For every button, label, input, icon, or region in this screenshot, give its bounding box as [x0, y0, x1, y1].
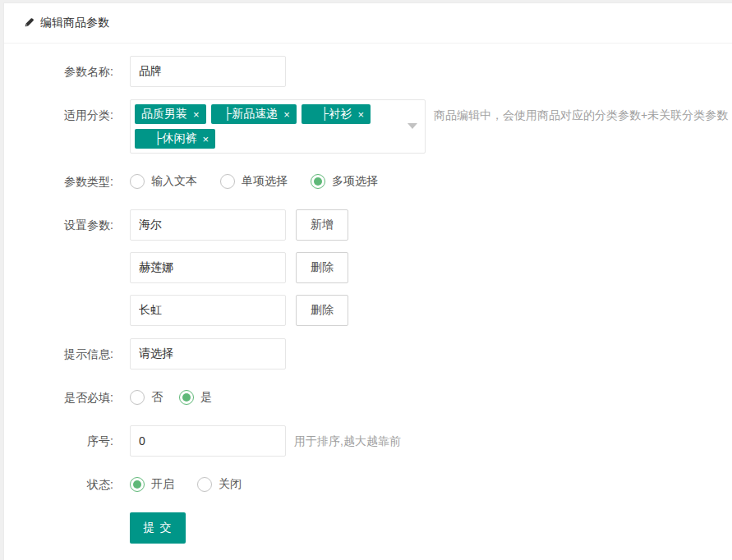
radio-label: 开启: [151, 477, 174, 492]
radio-circle-icon: [220, 174, 235, 189]
radio-circle-icon: [130, 174, 145, 189]
radio-single-select[interactable]: 单项选择: [220, 166, 288, 197]
status-label: 状态:: [4, 469, 113, 500]
category-tag: ├休闲裤×: [135, 129, 215, 149]
hint-info-input[interactable]: [130, 338, 286, 370]
radio-circle-icon: [130, 390, 145, 405]
row-status: 状态: 开启 关闭: [4, 469, 732, 500]
param-type-label: 参数类型:: [4, 166, 113, 197]
category-hint: 商品编辑中，会使用商品对应的分类参数+未关联分类参数: [434, 99, 728, 131]
category-tag: 品质男装×: [135, 104, 206, 124]
radio-required-yes[interactable]: 是: [179, 382, 212, 413]
tag-close-icon[interactable]: ×: [202, 134, 209, 145]
row-param-value-1: 设置参数: 新增: [4, 209, 732, 241]
submit-button[interactable]: 提 交: [130, 512, 186, 544]
row-param-type: 参数类型: 输入文本 单项选择 多项选择: [4, 166, 732, 197]
radio-circle-icon: [197, 477, 212, 492]
card-header: 编辑商品参数: [4, 3, 732, 44]
radio-label: 否: [151, 390, 163, 405]
delete-param-button[interactable]: 删除: [296, 295, 348, 326]
radio-status-off[interactable]: 关闭: [197, 469, 242, 500]
required-label: 是否必填:: [4, 382, 113, 413]
page-title: 编辑商品参数: [40, 16, 109, 30]
row-sort: 序号: 用于排序,越大越靠前: [4, 425, 732, 457]
category-tag: ├新品速递×: [211, 104, 297, 124]
delete-param-button[interactable]: 删除: [296, 252, 348, 283]
tag-label: ├新品速递: [218, 107, 279, 122]
row-param-value-3: 删除: [4, 295, 732, 326]
sort-input[interactable]: [130, 425, 286, 457]
param-name-input[interactable]: [130, 56, 286, 87]
radio-label: 输入文本: [151, 174, 197, 189]
tag-close-icon[interactable]: ×: [193, 109, 200, 120]
edit-param-card: 编辑商品参数 参数名称: 适用分类: 品质男装× ├新品速递× ├衬衫× ├休闲…: [3, 2, 732, 560]
hint-info-label: 提示信息:: [4, 338, 113, 370]
radio-label: 是: [200, 390, 212, 405]
radio-circle-icon: [311, 174, 325, 189]
add-param-button[interactable]: 新增: [296, 209, 348, 241]
tag-label: ├休闲裤: [141, 131, 196, 146]
param-value-input[interactable]: [130, 209, 286, 241]
radio-label: 多项选择: [332, 174, 378, 189]
tag-close-icon[interactable]: ×: [357, 109, 364, 120]
row-submit: 提 交: [4, 512, 732, 544]
tag-label: 品质男装: [141, 107, 187, 122]
param-values-label: 设置参数:: [4, 209, 113, 241]
sort-label: 序号:: [4, 425, 113, 457]
param-value-input[interactable]: [130, 252, 286, 283]
param-form: 参数名称: 适用分类: 品质男装× ├新品速递× ├衬衫× ├休闲裤× 商品编辑…: [4, 44, 732, 544]
edit-pencil-icon: [23, 17, 35, 29]
tag-label: ├衬衫: [308, 107, 352, 122]
tag-close-icon[interactable]: ×: [283, 109, 290, 120]
category-tag: ├衬衫×: [302, 104, 371, 124]
radio-multi-select[interactable]: 多项选择: [311, 166, 378, 197]
chevron-down-icon[interactable]: [407, 123, 417, 134]
radio-circle-icon: [179, 390, 194, 405]
category-label: 适用分类:: [4, 99, 113, 131]
sort-hint: 用于排序,越大越靠前: [294, 425, 401, 457]
radio-input-text[interactable]: 输入文本: [130, 166, 197, 197]
row-param-value-2: 删除: [4, 252, 732, 283]
row-required: 是否必填: 否 是: [4, 382, 732, 413]
param-name-label: 参数名称:: [4, 56, 113, 87]
category-multiselect[interactable]: 品质男装× ├新品速递× ├衬衫× ├休闲裤×: [130, 99, 426, 154]
row-hint-info: 提示信息:: [4, 338, 732, 370]
radio-label: 关闭: [219, 477, 242, 492]
row-param-name: 参数名称:: [4, 56, 732, 87]
radio-circle-icon: [130, 477, 145, 492]
row-category: 适用分类: 品质男装× ├新品速递× ├衬衫× ├休闲裤× 商品编辑中，会使用商…: [4, 99, 732, 154]
radio-status-on[interactable]: 开启: [130, 469, 174, 500]
param-value-input[interactable]: [130, 295, 286, 326]
radio-label: 单项选择: [242, 174, 288, 189]
radio-required-no[interactable]: 否: [130, 382, 163, 413]
